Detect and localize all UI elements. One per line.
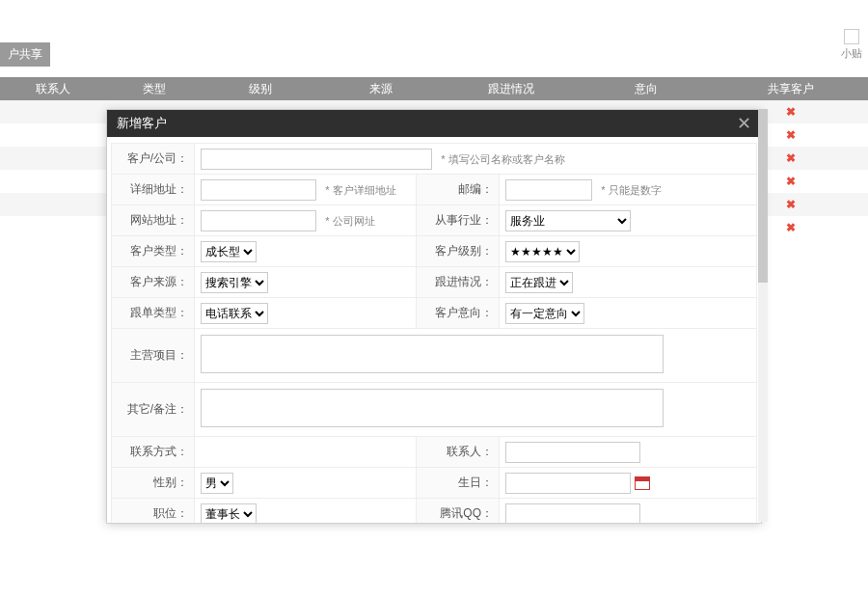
th-follow: 跟进情况 <box>444 77 579 100</box>
delete-icon[interactable]: ✖ <box>786 175 796 188</box>
tip-icon <box>844 29 859 44</box>
label-position: 职位 <box>153 506 188 520</box>
label-industry: 从事行业 <box>435 213 493 227</box>
th-type: 类型 <box>106 77 203 100</box>
th-share: 共享客户 <box>714 77 868 100</box>
th-contact: 联系人 <box>0 77 106 100</box>
label-contactway: 联系方式 <box>130 445 188 458</box>
hint-website: 公司网址 <box>319 215 374 227</box>
ctype-select[interactable]: 成长型 <box>201 241 257 262</box>
tab-share[interactable]: 户共享 <box>0 42 50 67</box>
contactperson-input[interactable] <box>505 442 640 463</box>
th-level: 级别 <box>203 77 318 100</box>
label-clevel: 客户级别 <box>435 244 493 258</box>
website-input[interactable] <box>201 210 316 231</box>
delete-icon[interactable]: ✖ <box>786 105 796 119</box>
label-birthday: 生日 <box>458 476 493 489</box>
remark-textarea[interactable] <box>201 389 664 427</box>
scrollbar-thumb[interactable] <box>758 109 768 283</box>
form-table: 客户/公司 填写公司名称或客户名称 详细地址 客户详细地址 邮编 只能是数字 <box>111 143 757 523</box>
calendar-icon[interactable] <box>635 476 650 490</box>
tip-box: 小贴 <box>841 29 862 61</box>
label-intent: 客户意向 <box>435 306 493 319</box>
delete-icon[interactable]: ✖ <box>786 221 796 234</box>
clevel-select[interactable]: ★★★★★ <box>505 241 580 262</box>
label-followup: 跟进情况 <box>435 275 493 288</box>
dialog-header: 新增客户 ✕ <box>107 110 761 137</box>
label-contactperson: 联系人 <box>447 445 493 458</box>
intent-select[interactable]: 有一定意向 <box>505 303 584 324</box>
th-intent: 意向 <box>579 77 714 100</box>
label-ctype: 客户类型 <box>130 244 188 258</box>
hint-company: 填写公司名称或客户名称 <box>435 153 564 165</box>
label-qq: 腾讯QQ <box>440 506 493 520</box>
dialog-body: 客户/公司 填写公司名称或客户名称 详细地址 客户详细地址 邮编 只能是数字 <box>107 137 761 523</box>
label-csource: 客户来源 <box>130 275 188 288</box>
add-customer-dialog: 新增客户 ✕ 客户/公司 填写公司名称或客户名称 详细地址 客户详细地址 邮编 <box>106 109 762 524</box>
label-ordertype: 跟单类型 <box>130 306 188 319</box>
company-input[interactable] <box>201 149 432 170</box>
close-icon[interactable]: ✕ <box>737 115 751 132</box>
th-source: 来源 <box>318 77 444 100</box>
followup-select[interactable]: 正在跟进 <box>505 272 573 293</box>
ordertype-select[interactable]: 电话联系 <box>201 303 268 324</box>
tip-label: 小贴 <box>841 47 862 59</box>
label-website: 网站地址 <box>130 213 188 227</box>
gender-select[interactable]: 男 <box>201 473 233 494</box>
hint-postcode: 只能是数字 <box>595 184 661 196</box>
qq-input[interactable] <box>505 503 640 524</box>
label-postcode: 邮编 <box>458 182 493 196</box>
industry-select[interactable]: 服务业 <box>505 210 631 231</box>
label-gender: 性别 <box>153 476 188 489</box>
mainbiz-textarea[interactable] <box>201 335 664 373</box>
fade-overlay <box>0 521 868 598</box>
hint-address: 客户详细地址 <box>319 184 395 196</box>
delete-icon[interactable]: ✖ <box>786 128 796 142</box>
label-address: 详细地址 <box>130 182 188 196</box>
delete-icon[interactable]: ✖ <box>786 151 796 165</box>
dialog-title: 新增客户 <box>117 110 167 137</box>
label-mainbiz: 主营项目 <box>130 348 188 362</box>
csource-select[interactable]: 搜索引擎 <box>201 272 268 293</box>
position-select[interactable]: 董事长 <box>201 503 257 524</box>
label-remark: 其它/备注 <box>127 402 188 416</box>
address-input[interactable] <box>201 179 316 201</box>
label-company: 客户/公司 <box>127 151 188 165</box>
delete-icon[interactable]: ✖ <box>786 198 796 211</box>
birthday-input[interactable] <box>505 473 631 494</box>
postcode-input[interactable] <box>505 179 592 201</box>
